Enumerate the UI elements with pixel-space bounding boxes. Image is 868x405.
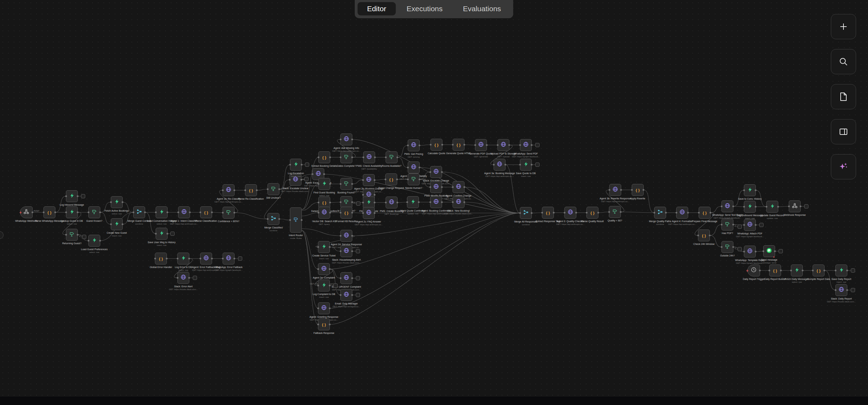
node-apply_rewrite[interactable]: { }Apply Rewrite [632, 184, 644, 196]
node-save_user_msg[interactable]: Save User Msg to Historyinsert: row [156, 228, 168, 240]
tab-executions[interactable]: Executions [397, 2, 452, 15]
node-t6[interactable] [535, 143, 540, 147]
node-parse_reclass[interactable]: { }Parse Re-Classification [245, 184, 257, 196]
node-parse_wa[interactable]: { }Parse WhatsApp Message [43, 206, 55, 218]
search-button[interactable] [831, 49, 856, 74]
node-t20[interactable] [238, 256, 242, 261]
node-t4[interactable] [304, 177, 308, 181]
node-fallback[interactable]: { }Fallback Response [318, 318, 330, 330]
node-merge_all[interactable]: Merge All Responsescombine [520, 207, 532, 219]
node-t13[interactable] [804, 204, 808, 208]
node-fetch_daily[interactable]: Fetch Daily Messagesselect: row [791, 265, 803, 276]
node-extract_details[interactable]: { }Extract Booking Details [318, 151, 330, 163]
node-t3[interactable] [170, 232, 175, 236]
node-dates_complete[interactable]: Dates Complete? [340, 151, 352, 163]
node-t17[interactable] [779, 249, 783, 253]
node-log_escalation[interactable]: Log Escalationinsert: row [290, 159, 302, 171]
node-pms_modify[interactable]: PMS: Modify Booking [430, 181, 442, 193]
tab-evaluations[interactable]: Evaluations [454, 2, 511, 15]
node-log_inbound[interactable]: Log Inbound Messageinsert: row [66, 190, 78, 202]
node-router[interactable]: Intent Routermode: Rules [290, 207, 302, 233]
node-wa_send_pdf[interactable]: WhatsApp: Send PDFGET: https://graph.fac… [520, 139, 532, 151]
node-t10[interactable] [356, 276, 360, 280]
node-t8[interactable] [356, 201, 360, 206]
node-send_msg[interactable]: ▲Send messagemessage: send [763, 245, 775, 257]
node-agent_confirm_change[interactable]: Agent: Confirm ChangeGET: https://api.an… [453, 181, 464, 193]
node-rooms_avail[interactable]: Rooms Available? [386, 151, 398, 163]
node-create_ticket[interactable]: Create Service Ticketinsert: row [318, 241, 330, 253]
node-lookup_guest[interactable]: Lookup Guest in DBselect: row [66, 206, 78, 218]
node-format_kb[interactable]: { }Format KB Results [340, 207, 352, 219]
node-is_confirm[interactable]: Is Confirmation? [340, 196, 352, 208]
node-agent4[interactable]: Agent 4: FormatterGET: https://api.anthr… [676, 207, 688, 219]
node-parse_class[interactable]: { }Parse Classification [200, 206, 212, 218]
node-report_builder[interactable]: { }Daily Report Builder [769, 265, 781, 276]
node-agent_booked[interactable]: Agent: Booking Confirmed!GET: https://ap… [430, 196, 442, 208]
node-load_prefs[interactable]: Load Guest Preferencesselect: row [88, 235, 100, 247]
node-slack_urgent[interactable]: Slack: URGENT ComplaintGET: https://hook… [340, 272, 352, 284]
node-slack_new[interactable]: Slack: New Booking!GET: https://hooks.sl… [453, 196, 464, 208]
node-returning_guest[interactable]: Returning Guest? [66, 229, 78, 241]
node-parse_quality[interactable]: { }Parse Quality Result [586, 207, 598, 219]
tab-editor[interactable]: Editor [358, 2, 396, 15]
node-wa_text[interactable]: WhatsApp: Send Text ReplyGET: https://gr… [721, 200, 733, 212]
node-t5[interactable] [305, 163, 309, 167]
node-conf80[interactable]: Confidence < 80%? [223, 207, 235, 219]
node-calc_quote[interactable]: { }Calculate Quote [430, 139, 442, 151]
node-outside24[interactable]: Outside 24h? [721, 241, 733, 253]
node-save_quote[interactable]: Save Quote to DBinsert: row [520, 159, 532, 171]
node-agent3[interactable]: Agent 3: Quality CheckerGET: https://api… [564, 207, 576, 219]
node-save_report[interactable]: Save Daily Reportinsert: row [835, 265, 847, 276]
node-compile_report[interactable]: { }Compile Report Data [813, 265, 825, 276]
node-wa_attach[interactable]: WhatsApp: Attach PDFGET: https://graph.f… [744, 219, 756, 231]
node-t1[interactable] [81, 194, 85, 198]
node-pms_avail[interactable]: PMS: Check AvailabilityGET: /availabilit… [363, 151, 375, 163]
node-t15[interactable] [759, 223, 764, 227]
panel-button[interactable] [831, 119, 856, 144]
node-merge_class[interactable]: Merge Classifiedcombine [267, 213, 279, 225]
node-create_guest[interactable]: Create New Guestinsert: row [111, 218, 123, 230]
node-mark_quote[interactable]: Mark Quote Confirmedupdate: row [407, 196, 419, 208]
node-quality80[interactable]: Quality < 80? [609, 206, 621, 218]
node-upload_pdf[interactable]: Upload PDF to StorageGET: /upload [497, 139, 509, 151]
node-slack_err[interactable]: Slack: Error AlertGET: https://hooks.sla… [177, 272, 189, 284]
node-pms_pricing[interactable]: PMS: Get PricingGET: /pricing [408, 139, 420, 151]
node-t21[interactable] [193, 276, 197, 280]
node-t18[interactable] [851, 268, 855, 273]
node-ask_missing[interactable]: Agent: Ask Missing InfoGET: https://api.… [340, 133, 352, 145]
node-log_outbound[interactable]: Log Outbound Messageinsert: row [744, 201, 756, 213]
node-fetch_bookings[interactable]: Fetch Active Bookingsselect: row [111, 196, 123, 208]
node-agent2b[interactable]: Agent 2b: Booking ChangeGET: https://api… [363, 174, 375, 186]
node-agent3b[interactable]: Agent 3b: Rewrite ResponseGET: https://a… [609, 184, 621, 196]
node-t19[interactable] [851, 288, 855, 292]
node-agent1b[interactable]: Agent 1b: Re-ClassifyGET: https://api.an… [223, 184, 235, 196]
node-agent2a[interactable]: Agent 2a: No AvailabilityGET: https://ap… [408, 162, 420, 173]
node-wa_err[interactable]: WhatsApp: Error FallbackGET: https://gra… [223, 253, 235, 265]
node-t7[interactable] [535, 163, 540, 167]
node-gen_html[interactable]: { }Generate Quote HTML [453, 139, 464, 151]
node-slack_unclear[interactable]: Slack: Escalate UnclearGET: https://hook… [290, 174, 301, 186]
node-parse_change[interactable]: { }Parse Change Request [385, 173, 397, 185]
node-webhook_resp[interactable]: Webhook Response [789, 200, 801, 212]
node-vector_kb[interactable]: Vector DB: Search KBGET: /query [318, 207, 330, 219]
node-trig_daily[interactable]: Daily Report Trigger [747, 265, 760, 276]
node-guest_known[interactable]: Guest Known? [88, 206, 100, 218]
node-prepare_final[interactable]: { }Prepare Final Message [699, 207, 711, 219]
node-t16[interactable] [738, 247, 742, 251]
node-agent2c[interactable]: Agent 2c: FAQ AnswerGET: https://api.ant… [363, 207, 375, 219]
node-merge_quality[interactable]: Merge Quality Pathscombine [654, 207, 666, 219]
node-slack_house[interactable]: Slack: Housekeeping AlertGET: https://ho… [340, 245, 352, 257]
notes-button[interactable] [831, 84, 856, 109]
node-agent3a[interactable]: Agent 3a: Booking MessageGET: https://ap… [494, 159, 506, 171]
node-extract_resp[interactable]: { }Extract Response Text [542, 207, 554, 219]
node-merge_ctx[interactable]: Merge Guest Contextcombine [133, 206, 145, 218]
node-agent1[interactable]: Agent 1: Intent ClassifierGET: https://a… [178, 206, 190, 218]
node-agent_err[interactable]: Agent: Error Fallback MsgGET: https://ap… [200, 253, 212, 265]
node-wa_template[interactable]: WhatsApp: Template ReplyGET: https://gra… [744, 246, 756, 258]
node-booking_found[interactable]: Booking Found? [340, 178, 352, 190]
node-has_pdf[interactable]: Has PDF? [721, 219, 733, 231]
node-still_unclear[interactable]: Still Unclear? [267, 183, 279, 195]
node-slack_esc_change[interactable]: Slack: Escalate ChangeGET: https://hooks… [430, 166, 442, 178]
node-agent_greet[interactable]: Agent: Greeting ResponseGET: https://api… [318, 302, 330, 314]
node-needs_human[interactable]: Needs Human? [408, 173, 420, 185]
